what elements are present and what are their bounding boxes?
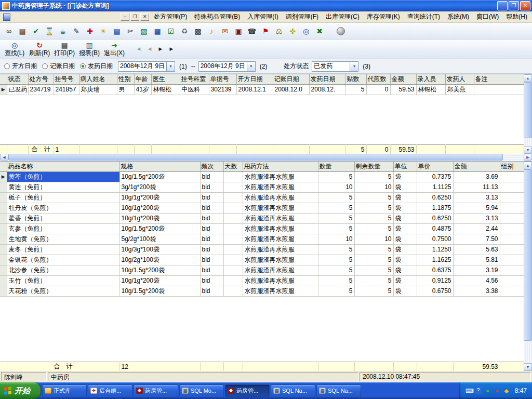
nav-arrow-button[interactable]: ▶ xyxy=(167,45,176,54)
binoculars-icon[interactable]: ∞ xyxy=(3,25,15,37)
cell-amount[interactable]: 5.63 xyxy=(453,244,500,255)
scroll-down-button[interactable]: ▼ xyxy=(524,363,532,371)
cell-quantity[interactable]: 5 xyxy=(318,223,354,234)
cell-remaining[interactable]: 5 xyxy=(354,255,393,265)
find-button[interactable]: ◎ 查找(L) xyxy=(2,40,27,59)
cell-days[interactable] xyxy=(223,265,243,275)
column-header[interactable]: 金额 xyxy=(453,162,500,171)
cell-amount[interactable]: 3.13 xyxy=(453,213,500,223)
cell-age[interactable]: 41岁 xyxy=(134,84,151,95)
gift-icon[interactable]: ▣ xyxy=(233,25,244,37)
taskbar-task-button[interactable]: ✚ 后台维... xyxy=(88,384,132,397)
table-row[interactable]: 藿香（免煎） 10g/1g*200袋 bid 水煎服渣再水煎服 5 5 袋 0.… xyxy=(0,213,524,223)
column-header[interactable]: 挂号科室 xyxy=(180,74,209,84)
cell-days[interactable] xyxy=(223,213,243,223)
column-header[interactable]: 医生 xyxy=(151,74,180,84)
column-header[interactable]: 挂号号 xyxy=(54,74,79,84)
search-icon[interactable]: ◎ xyxy=(300,25,312,37)
cell-usage[interactable]: 水煎服渣再水煎服 xyxy=(243,286,318,296)
cell-group[interactable] xyxy=(500,265,524,275)
cell-frequency[interactable]: bid xyxy=(200,213,223,223)
mdi-close-button[interactable]: ✕ xyxy=(140,13,149,21)
cell-remaining[interactable]: 5 xyxy=(354,171,393,182)
scroll-right-button[interactable]: ▶ xyxy=(524,154,532,161)
nav-arrow-button[interactable]: ◀ xyxy=(134,45,143,54)
cell-quantity[interactable]: 5 xyxy=(318,286,354,296)
nav-arrow-button[interactable]: ▶ xyxy=(156,45,165,54)
chevron-down-icon[interactable]: ▼ xyxy=(350,62,358,71)
add-icon[interactable]: ✚ xyxy=(84,25,96,37)
cross-icon[interactable]: ✜ xyxy=(287,25,298,37)
cell-days[interactable] xyxy=(223,286,243,296)
cell-remaining[interactable]: 5 xyxy=(354,223,393,234)
cell-group[interactable] xyxy=(500,192,524,203)
cell-remaining[interactable]: 5 xyxy=(354,265,393,275)
menu-item[interactable]: 调剂管理(F) xyxy=(282,11,322,22)
column-header[interactable]: 年龄 xyxy=(134,74,151,84)
cell-usage[interactable]: 水煎服渣再水煎服 xyxy=(243,213,318,223)
cell-spec[interactable]: 10g/1g*200袋 xyxy=(119,213,200,223)
scroll-up-button[interactable]: ▲ xyxy=(524,162,532,169)
cell-days[interactable] xyxy=(223,275,243,286)
column-header[interactable]: 规格 xyxy=(119,162,200,171)
cell-unit-price[interactable]: 0.4875 xyxy=(417,223,453,234)
column-header[interactable]: 天数 xyxy=(223,162,243,171)
cell-quantity[interactable]: 10 xyxy=(318,182,354,192)
cell-unit[interactable]: 袋 xyxy=(393,265,417,275)
cell-unit-price[interactable]: 0.6375 xyxy=(417,265,453,275)
column-header[interactable]: 性别 xyxy=(117,74,134,84)
cell-reg-no[interactable]: 241857 xyxy=(54,84,79,95)
cell-frequency[interactable]: bid xyxy=(200,171,223,182)
cell-days[interactable] xyxy=(223,234,243,244)
scale-icon[interactable]: ⚖ xyxy=(273,25,285,37)
cell-spec[interactable]: 10g/1g*200袋 xyxy=(119,203,200,213)
column-header[interactable]: 开方日期 xyxy=(236,74,273,84)
column-header[interactable]: 病人姓名 xyxy=(79,74,117,84)
table-row[interactable]: 黄连（免煎） 3g/1g*200袋 bid 水煎服渣再水煎服 10 10 袋 1… xyxy=(0,182,524,192)
cell-quantity[interactable]: 5 xyxy=(318,192,354,203)
cell-remaining[interactable]: 10 xyxy=(354,234,393,244)
column-header[interactable]: 单位 xyxy=(393,162,417,171)
cell-drug-name[interactable]: 天花粉（免煎） xyxy=(7,286,119,296)
cell-spec[interactable]: 10g/1.5g*200袋 xyxy=(119,265,200,275)
scroll-down-button[interactable]: ▼ xyxy=(524,146,532,154)
paste-icon[interactable]: ▦ xyxy=(152,25,163,37)
hourglass-icon[interactable]: ⌛ xyxy=(44,25,55,37)
date-type-radio[interactable]: 开方日期 xyxy=(4,62,37,71)
table-row[interactable]: 生地黄（免煎） 5g/2g*100袋 bid 水煎服渣再水煎服 10 10 袋 … xyxy=(0,234,524,244)
date-from-combo[interactable]: 2008年12月 9日 ▼ xyxy=(118,61,175,72)
cell-group[interactable] xyxy=(500,255,524,265)
cell-dept[interactable]: 中医科 xyxy=(180,84,209,95)
teacup-icon[interactable]: ☕ xyxy=(57,25,69,37)
cell-group[interactable] xyxy=(500,234,524,244)
status-combo[interactable]: 已发药 ▼ xyxy=(312,61,358,72)
cell-usage[interactable]: 水煎服渣再水煎服 xyxy=(243,223,318,234)
cell-quantity[interactable]: 5 xyxy=(318,171,354,182)
cell-drug-name[interactable]: 北沙参（免煎） xyxy=(7,265,119,275)
menu-item[interactable]: 处方管理(P) xyxy=(150,11,191,22)
mdi-restore-button[interactable]: ❐ xyxy=(130,13,139,21)
cell-frequency[interactable]: bid xyxy=(200,203,223,213)
document-icon[interactable]: ▤ xyxy=(111,25,123,37)
cell-days[interactable] xyxy=(223,223,243,234)
cell-frequency[interactable]: bid xyxy=(200,244,223,255)
cell-days[interactable] xyxy=(223,255,243,265)
cell-group[interactable] xyxy=(500,182,524,192)
start-button[interactable]: 开始 xyxy=(0,382,41,399)
status-red-icon[interactable]: ● xyxy=(494,387,501,394)
taskbar-task-button[interactable]: ▦ SQL Na... xyxy=(271,384,315,397)
cell-group[interactable] xyxy=(500,275,524,286)
column-header[interactable]: 单据号 xyxy=(209,74,236,84)
column-header[interactable]: 单价 xyxy=(417,162,453,171)
vertical-scrollbar[interactable]: ▲ ▼ xyxy=(524,74,532,154)
taskbar-task-button[interactable]: ▦ SQL Mo... xyxy=(179,384,224,397)
cell-amount[interactable]: 3.19 xyxy=(453,265,500,275)
cell-group[interactable] xyxy=(500,223,524,234)
cell-days[interactable] xyxy=(223,171,243,182)
check-doc-icon[interactable]: ☑ xyxy=(165,25,177,37)
cell-quantity[interactable]: 5 xyxy=(318,244,354,255)
cell-unit[interactable]: 袋 xyxy=(393,213,417,223)
column-header[interactable]: 频次 xyxy=(200,162,223,171)
cell-usage[interactable]: 水煎服渣再水煎服 xyxy=(243,255,318,265)
menu-item[interactable]: 帮助(H) xyxy=(502,11,531,22)
